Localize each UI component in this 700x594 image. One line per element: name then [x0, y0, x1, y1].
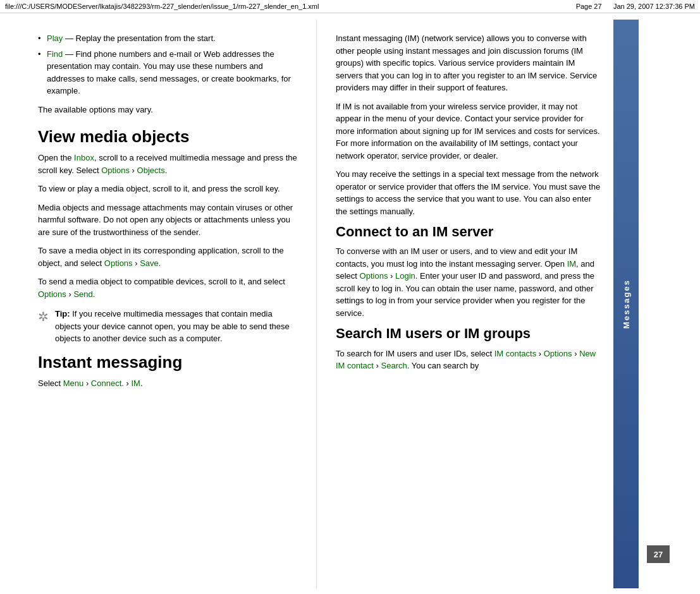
- options-link-right[interactable]: Options: [360, 271, 388, 281]
- options-link-3[interactable]: Options: [38, 289, 66, 299]
- bullet-list: Play — Replay the presentation from the …: [38, 32, 297, 97]
- im-link[interactable]: IM: [131, 379, 140, 388]
- inbox-link[interactable]: Inbox: [74, 153, 94, 162]
- left-column: Play — Replay the presentation from the …: [0, 20, 316, 588]
- search-heading: Search IM users or IM groups: [336, 325, 601, 342]
- play-link[interactable]: Play: [47, 33, 63, 43]
- instant-messaging-heading: Instant messaging: [38, 353, 297, 372]
- view-para2: To view or play a media object, scroll t…: [38, 183, 297, 195]
- title-bar: file:///C:/USERS/MODEServer/lkatajis/348…: [0, 0, 700, 13]
- search-para: To search for IM users and user IDs, sel…: [336, 348, 601, 372]
- connect-link[interactable]: Connect.: [91, 379, 124, 388]
- bullet-find: Find — Find phone numbers and e-mail or …: [38, 48, 297, 97]
- objects-link[interactable]: Objects: [137, 166, 165, 175]
- tab-label: Messages: [622, 279, 631, 329]
- im-contacts-link[interactable]: IM contacts: [494, 349, 536, 358]
- connect-para1: To converse with an IM user or users, an…: [336, 245, 601, 319]
- im-para3: You may receive the settings in a specia…: [336, 168, 601, 217]
- find-link[interactable]: Find: [47, 49, 63, 59]
- file-path: file:///C:/USERS/MODEServer/lkatajis/348…: [5, 3, 319, 10]
- messages-tab: Messages: [613, 20, 639, 588]
- tip-text: Tip: If you receive multimedia messages …: [55, 308, 297, 345]
- right-column: Instant messaging (IM) (network service)…: [316, 20, 613, 588]
- login-link[interactable]: Login: [395, 271, 415, 281]
- view-para3: Media objects and message attachments ma…: [38, 202, 297, 239]
- view-para5: To send a media object to compatible dev…: [38, 276, 297, 300]
- page-info: Page 27 Jan 29, 2007 12:37:36 PM: [576, 3, 695, 10]
- view-para4: To save a media object in its correspond…: [38, 245, 297, 269]
- available-options-text: The available options may vary.: [38, 104, 297, 116]
- page-number: 27: [647, 545, 670, 563]
- tip-icon: ✲: [38, 309, 49, 324]
- send-link[interactable]: Send: [73, 289, 92, 299]
- tip-box: ✲ Tip: If you receive multimedia message…: [38, 308, 297, 345]
- save-link[interactable]: Save: [140, 258, 159, 268]
- bullet-play: Play — Replay the presentation from the …: [38, 32, 297, 45]
- menu-link[interactable]: Menu: [63, 379, 84, 388]
- connect-heading: Connect to an IM server: [336, 224, 601, 240]
- instant-para: Select Menu › Connect. › IM.: [38, 377, 297, 390]
- im-intro-para: Instant messaging (IM) (network service)…: [336, 32, 601, 94]
- im-para2: If IM is not available from your wireles…: [336, 100, 601, 162]
- view-para1: Open the Inbox, scroll to a received mul…: [38, 152, 297, 176]
- im-link-right[interactable]: IM: [567, 259, 576, 269]
- options-link-search[interactable]: Options: [544, 349, 572, 358]
- options-link-2[interactable]: Options: [104, 258, 133, 268]
- view-media-heading: View media objects: [38, 127, 297, 147]
- options-link-1[interactable]: Options: [101, 166, 130, 175]
- search-link[interactable]: Search: [381, 361, 407, 370]
